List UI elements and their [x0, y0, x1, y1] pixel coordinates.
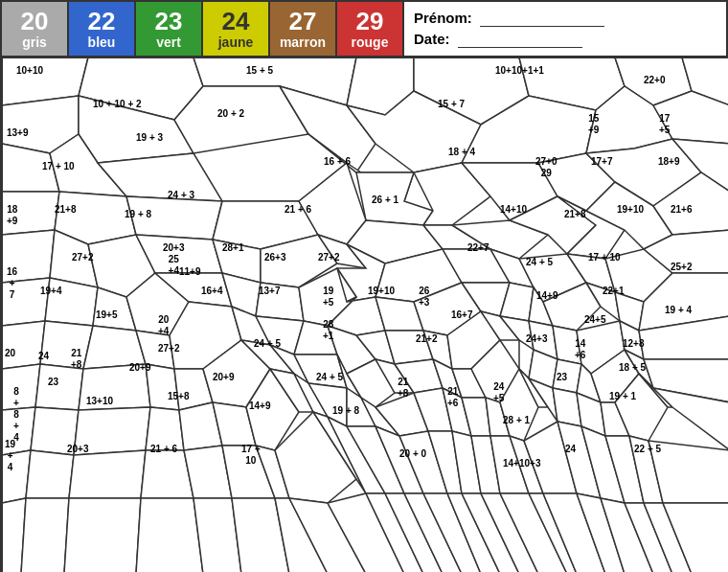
cell-text: 26 + 1 — [372, 194, 398, 206]
cell-text: 24+3 — [526, 333, 548, 345]
cell-text: 24+5 — [493, 381, 504, 404]
num-marron: 27 — [289, 8, 317, 35]
cell-text: 20 + 2 — [217, 108, 244, 120]
cell-text: 15+8 — [168, 391, 190, 402]
cell-text: 17 +10 — [241, 444, 261, 467]
header-info: Prénom: Date: — [404, 2, 726, 56]
cell-text: 17 + 10 — [588, 252, 621, 263]
cell-text: 27+2 — [318, 252, 340, 263]
date-label: Date: — [414, 31, 454, 47]
prenom-line: Prénom: — [414, 10, 717, 27]
cell-text: 19 + 1 — [609, 391, 636, 402]
label-rouge: rouge — [352, 35, 389, 50]
cell-text: 19+10 — [617, 204, 644, 216]
cell-text: 16 + 6 — [324, 156, 351, 168]
svg-marker-145 — [69, 450, 146, 498]
cell-text: 13+7 — [259, 286, 281, 297]
cell-text: 17+5 — [659, 113, 670, 136]
cell-text: 28+1 — [222, 242, 244, 254]
num-jaune: 24 — [222, 8, 250, 35]
cell-text: 11+9 — [179, 266, 201, 278]
cell-text: 27+029 — [535, 156, 557, 179]
cell-text: 19+5 — [323, 286, 333, 309]
cell-text: 22+1 — [603, 286, 625, 297]
cell-text: 20+3 — [67, 444, 89, 455]
label-marron: marron — [280, 35, 326, 50]
cell-text: 21+8 — [398, 377, 408, 400]
cell-text: 16+7 — [451, 309, 473, 321]
cell-text: 24 — [38, 351, 49, 362]
cell-text: 19+5 — [96, 309, 118, 321]
cell-text: 20 — [5, 348, 15, 359]
cell-text: 27+2 — [158, 343, 180, 355]
cell-text: 19 + 8 — [332, 405, 359, 417]
cell-text: 17 + 10 — [42, 161, 75, 172]
date-line: Date: — [414, 31, 717, 48]
cell-text: 21+6 — [447, 386, 458, 409]
prenom-label: Prénom: — [414, 10, 476, 26]
cell-text: 24 + 3 — [168, 190, 194, 201]
cell-text: 20+4 — [158, 314, 169, 337]
svg-marker-169 — [64, 498, 141, 572]
cell-text: 16+7 — [7, 266, 17, 301]
cell-text: 14+10 — [500, 204, 527, 216]
date-field — [458, 31, 582, 48]
cell-text: 24 + 5 — [526, 257, 553, 268]
cell-text: 18+9 — [7, 204, 17, 227]
label-vert: vert — [156, 35, 181, 50]
cell-text: 21+6 — [671, 204, 693, 216]
cell-text: 23 — [557, 372, 567, 383]
cell-text: 21+8 — [564, 209, 586, 220]
label-bleu: bleu — [88, 35, 116, 50]
cell-text: 14+9 — [536, 290, 558, 302]
cell-text: 12+8 — [623, 338, 645, 350]
num-rouge: 29 — [356, 8, 384, 35]
cell-text: 19 + 3 — [136, 132, 163, 144]
cell-text: 23 — [48, 377, 58, 388]
header-row: 20 gris 22 bleu 23 vert 24 jaune 27 marr… — [2, 2, 726, 57]
svg-marker-170 — [136, 498, 203, 572]
cell-text: 24+5 — [584, 314, 606, 326]
cell-text: 10+10 — [16, 65, 43, 77]
cell-text: 19 + 8 — [125, 209, 151, 220]
label-jaune: jaune — [218, 35, 254, 50]
cell-text: 22 + 5 — [634, 444, 661, 455]
svg-marker-95 — [35, 364, 83, 410]
cell-text: 18+9 — [658, 156, 680, 168]
cell-text: 8+8+4 — [13, 386, 19, 444]
cell-text: 24 — [565, 444, 576, 455]
cell-text: 21+8 — [71, 348, 81, 371]
cell-text: 20+9 — [213, 372, 235, 383]
cell-text: 28 + 1 — [503, 415, 530, 426]
cell-text: 24 + 5 — [316, 372, 343, 383]
cell-text: 13+10 — [86, 396, 113, 407]
color-box-rouge: 29 rouge — [337, 2, 404, 56]
page-container: 20 gris 22 bleu 23 vert 24 jaune 27 marr… — [0, 0, 728, 572]
cell-text: 15 + 5 — [246, 65, 273, 77]
cell-text: 19+4 — [40, 286, 62, 297]
color-box-gris: 20 gris — [2, 2, 69, 56]
cell-text: 26+3 — [264, 252, 286, 263]
cell-text: 10 + 10 + 2 — [93, 99, 142, 110]
cell-text: 19 + 4 — [665, 305, 692, 316]
cell-text: 10+10+1+1 — [495, 65, 544, 77]
cell-text: 16+4 — [201, 286, 223, 297]
cell-text: 28+1 — [323, 319, 333, 342]
color-box-vert: 23 vert — [136, 2, 203, 56]
cell-text: 14+9 — [249, 400, 271, 412]
cell-text: 21+2 — [416, 333, 438, 345]
cell-text: 14+6 — [575, 338, 585, 361]
cell-text: 20 + 0 — [399, 448, 426, 460]
cell-text: 13+9 — [7, 127, 29, 139]
num-bleu: 22 — [88, 8, 116, 35]
num-vert: 23 — [155, 8, 183, 35]
cell-text: 26+3 — [419, 286, 429, 309]
label-gris: gris — [22, 35, 47, 50]
cell-text: 25+2 — [671, 262, 693, 273]
cell-text: 20+9 — [129, 362, 151, 374]
color-box-marron: 27 marron — [270, 2, 337, 56]
puzzle-area: 10+10 10 + 10 + 2 15 + 5 10+10+1+1 22+0 … — [2, 57, 728, 572]
cell-text: 15 + 7 — [438, 99, 465, 110]
cell-text: 18 + 5 — [619, 362, 646, 374]
prenom-field — [480, 10, 604, 27]
